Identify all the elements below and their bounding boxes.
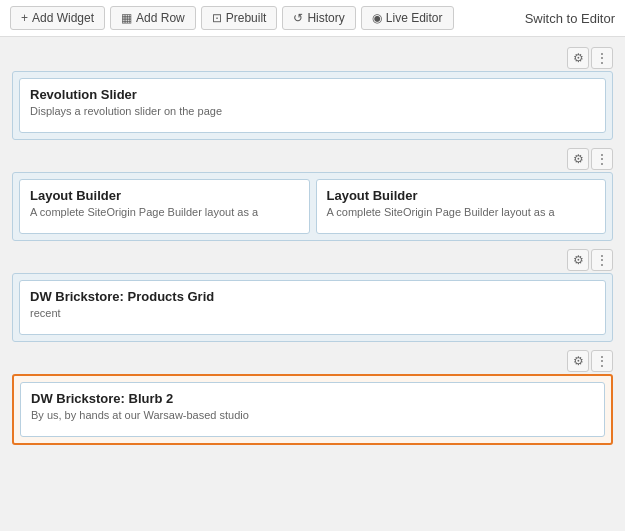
live-editor-label: Live Editor [386,11,443,25]
row-actions-1: ⚙⋮ [12,47,613,69]
widget-card-1-1: Revolution SliderDisplays a revolution s… [19,78,606,133]
history-label: History [307,11,344,25]
prebuilt-icon: ⊡ [212,11,222,25]
prebuilt-button[interactable]: ⊡ Prebuilt [201,6,278,30]
dots-icon: ⋮ [596,253,608,267]
history-button[interactable]: ↺ History [282,6,355,30]
grid-icon: ▦ [121,11,132,25]
widget-desc-3-1: recent [30,307,595,319]
eye-icon: ◉ [372,11,382,25]
add-widget-label: Add Widget [32,11,94,25]
widget-card-2-2: Layout BuilderA complete SiteOrigin Page… [316,179,607,234]
widget-card-2-1: Layout BuilderA complete SiteOrigin Page… [19,179,310,234]
row-box-2: Layout BuilderA complete SiteOrigin Page… [12,172,613,241]
wrench-icon: ⚙ [573,253,584,267]
widget-card-4-1: DW Brickstore: Blurb 2By us, by hands at… [20,382,605,437]
main-content: ⚙⋮Revolution SliderDisplays a revolution… [0,37,625,463]
row-actions-4: ⚙⋮ [12,350,613,372]
wrench-icon: ⚙ [573,152,584,166]
row-wrench-button-3[interactable]: ⚙ [567,249,589,271]
wrench-icon: ⚙ [573,51,584,65]
row-container-4: ⚙⋮DW Brickstore: Blurb 2By us, by hands … [12,350,613,445]
dots-icon: ⋮ [596,51,608,65]
widget-desc-2-1: A complete SiteOrigin Page Builder layou… [30,206,299,218]
switch-to-editor-link[interactable]: Switch to Editor [525,11,615,26]
dots-icon: ⋮ [596,354,608,368]
widget-title-4-1: DW Brickstore: Blurb 2 [31,391,594,406]
widget-title-1-1: Revolution Slider [30,87,595,102]
widget-desc-1-1: Displays a revolution slider on the page [30,105,595,117]
row-box-1: Revolution SliderDisplays a revolution s… [12,71,613,140]
row-container-2: ⚙⋮Layout BuilderA complete SiteOrigin Pa… [12,148,613,241]
widget-desc-4-1: By us, by hands at our Warsaw-based stud… [31,409,594,421]
row-wrench-button-2[interactable]: ⚙ [567,148,589,170]
plus-icon: + [21,11,28,25]
history-icon: ↺ [293,11,303,25]
row-menu-button-4[interactable]: ⋮ [591,350,613,372]
row-container-3: ⚙⋮DW Brickstore: Products Gridrecent [12,249,613,342]
row-wrench-button-1[interactable]: ⚙ [567,47,589,69]
live-editor-button[interactable]: ◉ Live Editor [361,6,454,30]
row-actions-3: ⚙⋮ [12,249,613,271]
toolbar: + Add Widget ▦ Add Row ⊡ Prebuilt ↺ Hist… [0,0,625,37]
prebuilt-label: Prebuilt [226,11,267,25]
row-wrench-button-4[interactable]: ⚙ [567,350,589,372]
row-box-4: DW Brickstore: Blurb 2By us, by hands at… [12,374,613,445]
widget-desc-2-2: A complete SiteOrigin Page Builder layou… [327,206,596,218]
widget-title-3-1: DW Brickstore: Products Grid [30,289,595,304]
row-menu-button-1[interactable]: ⋮ [591,47,613,69]
add-row-label: Add Row [136,11,185,25]
toolbar-left: + Add Widget ▦ Add Row ⊡ Prebuilt ↺ Hist… [10,6,454,30]
widget-card-3-1: DW Brickstore: Products Gridrecent [19,280,606,335]
add-row-button[interactable]: ▦ Add Row [110,6,196,30]
widget-title-2-2: Layout Builder [327,188,596,203]
widget-title-2-1: Layout Builder [30,188,299,203]
row-box-3: DW Brickstore: Products Gridrecent [12,273,613,342]
wrench-icon: ⚙ [573,354,584,368]
add-widget-button[interactable]: + Add Widget [10,6,105,30]
dots-icon: ⋮ [596,152,608,166]
row-container-1: ⚙⋮Revolution SliderDisplays a revolution… [12,47,613,140]
row-menu-button-3[interactable]: ⋮ [591,249,613,271]
two-col-row-2: Layout BuilderA complete SiteOrigin Page… [19,179,606,234]
row-actions-2: ⚙⋮ [12,148,613,170]
row-menu-button-2[interactable]: ⋮ [591,148,613,170]
